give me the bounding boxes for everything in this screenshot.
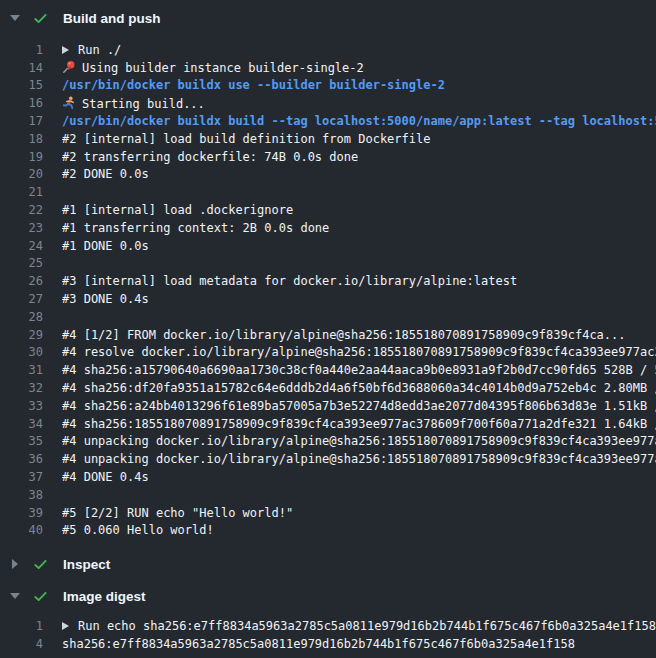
log-text: #1 transferring context: 2B 0.0s done [62,221,656,235]
line-number[interactable]: 24 [0,239,43,253]
log-line: 22#1 [internal] load .dockerignore [0,201,656,219]
log-line-text: Starting build... [82,97,205,111]
line-number[interactable]: 14 [0,61,43,75]
log-line-text: #2 transferring dockerfile: 74B 0.0s don… [62,150,358,164]
line-number[interactable]: 20 [0,167,43,181]
chevron-down-icon[interactable] [10,13,20,23]
log-line: 33#4 sha256:a24bb4013296f61e89ba57005a7b… [0,397,656,415]
log-lines: 1Run echo sha256:e7ff8834a5963a2785c5a08… [0,612,656,658]
success-check-icon [33,557,48,572]
line-number[interactable]: 32 [0,381,43,395]
line-number[interactable]: 17 [0,114,43,128]
log-line-text: #4 unpacking docker.io/library/alpine@sh… [62,434,656,448]
log-section-inspect: Inspect [0,548,656,580]
log-line: 37#4 DONE 0.4s [0,468,656,486]
line-number[interactable]: 25 [0,256,43,270]
log-line: 35#4 unpacking docker.io/library/alpine@… [0,433,656,451]
line-number[interactable]: 27 [0,292,43,306]
log-text: #1 [internal] load .dockerignore [62,203,656,217]
line-number[interactable]: 28 [0,310,43,324]
line-number[interactable]: 33 [0,399,43,413]
chevron-down-icon[interactable] [10,591,20,601]
log-lines: 1Run ./14Using builder instance builder-… [0,36,656,548]
line-number[interactable]: 37 [0,470,43,484]
log-line: 18#2 [internal] load build definition fr… [0,130,656,148]
line-number[interactable]: 36 [0,452,43,466]
runner-icon [62,96,76,110]
line-number[interactable]: 15 [0,78,43,92]
line-number[interactable]: 22 [0,203,43,217]
log-line: 40#5 0.060 Hello world! [0,522,656,540]
log-text: #4 DONE 0.4s [62,470,656,484]
line-number[interactable]: 18 [0,132,43,146]
section-header-build-and-push[interactable]: Build and push [0,0,656,36]
line-number[interactable]: 35 [0,434,43,448]
log-line: 27#3 DONE 0.4s [0,290,656,308]
expand-group-icon[interactable] [62,46,69,54]
log-line-text: #4 DONE 0.4s [62,470,149,484]
expand-group-icon[interactable] [62,622,69,630]
log-line-text: Using builder instance builder-single-2 [82,61,364,75]
line-number[interactable]: 21 [0,185,43,199]
chevron-right-icon[interactable] [10,559,20,569]
log-line: 1Run ./ [0,41,656,59]
log-line: 30#4 resolve docker.io/library/alpine@sh… [0,344,656,362]
log-command-text: /usr/bin/docker buildx use --builder bui… [62,78,656,92]
section-title: Build and push [63,11,161,26]
log-line-text: #4 sha256:185518070891758909c9f839cf4ca3… [62,417,656,431]
line-number[interactable]: 29 [0,328,43,342]
line-number[interactable]: 16 [0,96,43,110]
log-command-text: /usr/bin/docker buildx build --tag local… [62,114,656,128]
log-text: #2 transferring dockerfile: 74B 0.0s don… [62,150,656,164]
success-check-icon [33,589,48,604]
log-line: 19#2 transferring dockerfile: 74B 0.0s d… [0,148,656,166]
log-line-text: #1 DONE 0.0s [62,239,149,253]
log-line: 16Starting build... [0,94,656,112]
section-header-image-digest[interactable]: Image digest [0,580,656,612]
log-line: 31#4 sha256:a15790640a6690aa1730c38cf0a4… [0,361,656,379]
line-number[interactable]: 31 [0,363,43,377]
log-line: 39#5 [2/2] RUN echo "Hello world!" [0,504,656,522]
log-line-text: #5 0.060 Hello world! [62,523,214,537]
line-number[interactable]: 40 [0,523,43,537]
line-number[interactable]: 26 [0,274,43,288]
log-line: 4sha256:e7ff8834a5963a2785c5a0811e979d16… [0,635,656,653]
log-line: 38 [0,486,656,504]
log-text: #5 [2/2] RUN echo "Hello world!" [62,506,656,520]
log-text: #4 unpacking docker.io/library/alpine@sh… [62,452,656,466]
log-line: 32#4 sha256:df20fa9351a15782c64e6dddb2d4… [0,379,656,397]
line-number[interactable]: 30 [0,345,43,359]
log-line-text: /usr/bin/docker buildx build --tag local… [62,114,656,128]
log-line-text: #4 unpacking docker.io/library/alpine@sh… [62,452,656,466]
log-line-text: #4 sha256:a24bb4013296f61e89ba57005a7b3e… [62,399,656,413]
log-line: 24#1 DONE 0.0s [0,237,656,255]
log-text: Starting build... [62,96,656,111]
line-number[interactable]: 38 [0,488,43,502]
line-number[interactable]: 1 [0,619,43,633]
log-line: 20#2 DONE 0.0s [0,166,656,184]
log-line-text: #3 [internal] load metadata for docker.i… [62,274,517,288]
success-check-icon [33,11,48,26]
section-header-inspect[interactable]: Inspect [0,548,656,580]
line-number[interactable]: 34 [0,417,43,431]
log-line: 34#4 sha256:185518070891758909c9f839cf4c… [0,415,656,433]
log-text: #3 DONE 0.4s [62,292,656,306]
log-line-text: #4 [1/2] FROM docker.io/library/alpine@s… [62,328,626,342]
log-line: 29#4 [1/2] FROM docker.io/library/alpine… [0,326,656,344]
log-text: Using builder instance builder-single-2 [62,60,656,75]
line-number[interactable]: 23 [0,221,43,235]
log-line-text: #2 DONE 0.0s [62,167,149,181]
log-line-text: #4 sha256:df20fa9351a15782c64e6dddb2d4a6… [62,381,656,395]
line-number[interactable]: 1 [0,43,43,57]
line-number[interactable]: 4 [0,637,43,651]
log-text: #4 resolve docker.io/library/alpine@sha2… [62,345,656,359]
line-number[interactable]: 39 [0,506,43,520]
log-line-text: Run echo sha256:e7ff8834a5963a2785c5a081… [78,619,656,633]
log-text: Run ./ [62,43,656,57]
line-number[interactable]: 19 [0,150,43,164]
log-line-text: Run ./ [78,43,121,57]
log-text: #4 sha256:a15790640a6690aa1730c38cf0a440… [62,363,656,377]
log-line: 23#1 transferring context: 2B 0.0s done [0,219,656,237]
log-text: #3 [internal] load metadata for docker.i… [62,274,656,288]
log-text: #4 unpacking docker.io/library/alpine@sh… [62,434,656,448]
